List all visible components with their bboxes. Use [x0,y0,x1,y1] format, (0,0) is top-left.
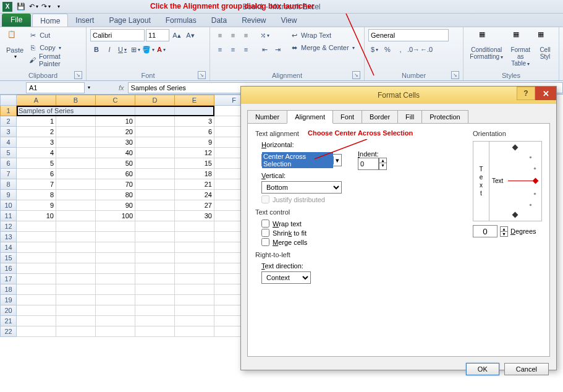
cell[interactable] [56,274,96,284]
row-header[interactable]: 4 [0,137,17,148]
cell[interactable] [135,106,175,116]
cell[interactable] [17,305,56,316]
font-launcher[interactable] [198,71,206,79]
alignment-launcher[interactable] [352,71,360,79]
cell[interactable]: 50 [96,158,135,169]
shrink-to-fit-checkbox[interactable] [261,229,269,237]
cell[interactable]: 10 [17,211,56,221]
align-top-button[interactable]: ≡ [214,29,226,41]
number-launcher[interactable] [451,71,459,79]
cell[interactable]: 30 [96,137,135,148]
indent-input[interactable] [358,158,379,170]
format-as-table-button[interactable]: ▦Format as Table▾ [506,29,535,69]
merge-cells-checkbox[interactable] [261,238,269,246]
cell[interactable] [56,127,96,137]
orientation-button[interactable]: ⤭▾ [258,29,271,41]
cell[interactable] [96,274,135,284]
row-header[interactable]: 1 [0,106,17,116]
cell[interactable] [56,211,96,221]
cell[interactable]: 10 [96,116,135,127]
font-name-select[interactable] [90,29,145,41]
horizontal-select[interactable]: Center Across Selection ▾ [261,154,342,166]
tab-data[interactable]: Data [204,14,234,27]
row-header[interactable]: 16 [0,263,17,274]
decrease-indent-button[interactable]: ⇤ [258,43,271,56]
font-size-select[interactable] [146,29,169,41]
align-left-button[interactable]: ≡ [214,43,226,56]
cell[interactable] [56,106,96,116]
cell[interactable] [135,305,175,316]
cell[interactable]: 30 [175,211,214,221]
cancel-button[interactable]: Cancel [504,363,549,375]
cell[interactable] [56,200,96,211]
cell[interactable] [56,316,96,326]
tab-file[interactable]: File [2,14,31,27]
cell[interactable] [135,232,175,242]
cell[interactable] [135,242,175,253]
cell[interactable] [17,253,56,263]
underline-button[interactable]: U▾ [116,43,129,56]
fill-color-button[interactable]: 🪣▾ [142,43,155,56]
grow-font-button[interactable]: A▴ [171,29,183,41]
wrap-text-checkbox[interactable] [261,219,269,228]
cell[interactable]: 21 [175,179,214,190]
row-header[interactable]: 12 [0,221,17,232]
name-box[interactable]: A1 [26,82,85,93]
cell[interactable] [135,316,175,326]
cell[interactable]: 90 [96,200,135,211]
indent-spin-down[interactable]: ▼ [379,163,386,168]
qat-customize-button[interactable]: ▾ [53,1,64,12]
cell[interactable] [175,326,214,337]
cell[interactable] [135,148,175,158]
row-header[interactable]: 15 [0,253,17,263]
cell[interactable]: 100 [96,211,135,221]
cell[interactable] [96,326,135,337]
increase-decimal-button[interactable]: .0→ [407,43,420,56]
cell[interactable] [175,316,214,326]
align-right-button[interactable]: ≡ [240,43,252,56]
cell[interactable] [96,232,135,242]
row-header[interactable]: 21 [0,316,17,326]
tab-view[interactable]: View [274,14,305,27]
cell[interactable] [135,211,175,221]
cell[interactable]: 15 [175,158,214,169]
row-header[interactable]: 20 [0,305,17,316]
decrease-decimal-button[interactable]: ←.0 [420,43,433,56]
cell[interactable] [96,284,135,295]
dialog-titlebar[interactable]: Format Cells ? ✕ [241,87,556,104]
cell[interactable] [135,326,175,337]
cell[interactable]: 6 [175,127,214,137]
cell[interactable] [135,221,175,232]
cell[interactable] [175,106,214,116]
cell[interactable] [17,316,56,326]
tab-review[interactable]: Review [234,14,273,27]
cell[interactable] [175,274,214,284]
cell[interactable] [56,190,96,200]
qat-save-button[interactable]: 💾 [15,1,27,12]
cell[interactable] [135,274,175,284]
copy-button[interactable]: ⎘Copy▾ [26,41,82,54]
dialog-close-button[interactable]: ✕ [535,87,556,100]
cell[interactable] [135,263,175,274]
cell[interactable]: 18 [175,169,214,179]
cell[interactable]: Samples of Series [17,106,56,116]
cell[interactable] [135,127,175,137]
row-header[interactable]: 3 [0,127,17,137]
row-header[interactable]: 5 [0,148,17,158]
orientation-control[interactable]: Text Text [473,141,542,221]
cell[interactable] [56,284,96,295]
dlg-tab-fill[interactable]: Fill [397,110,422,124]
dialog-help-button[interactable]: ? [517,87,535,100]
cell[interactable]: 40 [96,148,135,158]
name-box-dropdown[interactable]: ▾ [88,85,90,90]
cell[interactable] [135,284,175,295]
cell[interactable] [135,137,175,148]
cell[interactable] [17,221,56,232]
cell[interactable]: 70 [96,179,135,190]
cell[interactable] [175,242,214,253]
select-all-corner[interactable] [0,95,17,106]
number-format-select[interactable] [368,29,449,41]
dlg-tab-protection[interactable]: Protection [421,110,468,124]
cell[interactable] [56,148,96,158]
cell[interactable] [96,253,135,263]
